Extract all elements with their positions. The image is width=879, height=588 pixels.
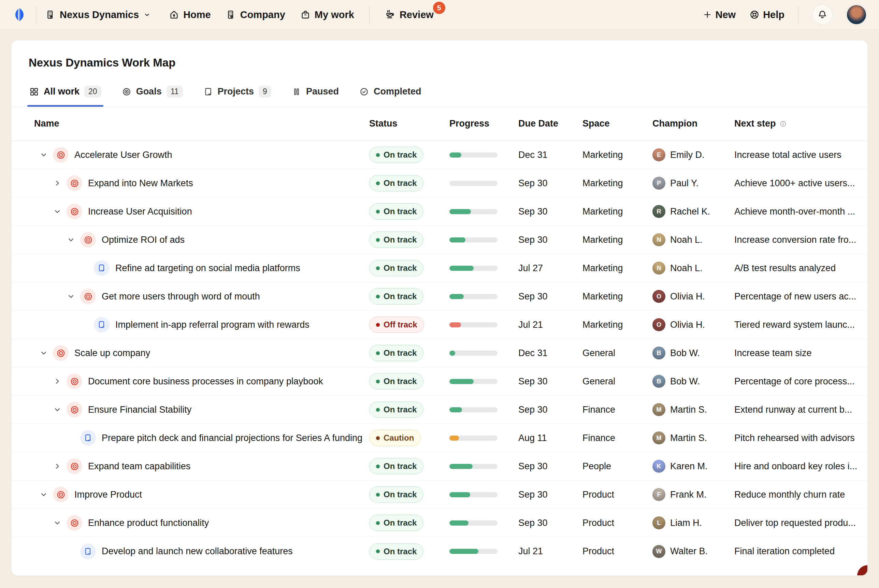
tab-goals[interactable]: Goals 11: [121, 81, 183, 106]
status-badge[interactable]: On track: [369, 458, 424, 474]
due-date: Sep 30: [518, 518, 583, 528]
row-expand-chevron[interactable]: [52, 376, 62, 386]
row-name[interactable]: Scale up company: [74, 347, 150, 359]
row-name[interactable]: Document core business processes in comp…: [88, 375, 323, 387]
row-name-cell: Increase User Acquisition: [23, 201, 369, 222]
row-expand-chevron[interactable]: [52, 461, 62, 471]
top-navigation-bar: Nexus Dynamics Home Company: [0, 0, 879, 30]
tab-completed[interactable]: Completed: [359, 81, 422, 106]
nav-home[interactable]: Home: [169, 9, 211, 21]
nav-company[interactable]: Company: [226, 9, 285, 21]
table-row[interactable]: Improve Product On track Sep 30 Product …: [12, 481, 867, 509]
notifications-button[interactable]: [812, 4, 832, 25]
status-badge[interactable]: On track: [369, 288, 424, 304]
avatar: M: [652, 432, 666, 444]
row-expand-chevron[interactable]: [66, 235, 76, 245]
table-row[interactable]: Get more users through word of mouth On …: [12, 282, 867, 311]
row-name[interactable]: Implement in-app referral program with r…: [115, 318, 310, 331]
table-row[interactable]: Enhance product functionality On track S…: [12, 509, 867, 537]
status-badge[interactable]: Off track: [369, 316, 424, 333]
table-row[interactable]: Expand into New Markets On track Sep 30 …: [12, 169, 867, 198]
nav-review[interactable]: Review 5: [385, 9, 434, 21]
tab-all-work[interactable]: All work 20: [29, 81, 102, 106]
status-dot: [376, 493, 380, 496]
row-name[interactable]: Expand team capabilities: [88, 460, 191, 472]
row-name[interactable]: Improve Product: [74, 488, 142, 501]
status-badge[interactable]: On track: [369, 232, 424, 248]
table-row[interactable]: Optimize ROI of ads On track Sep 30 Mark…: [12, 226, 867, 254]
status-badge[interactable]: On track: [369, 175, 424, 191]
status-label: Caution: [383, 433, 414, 443]
tab-count: 20: [84, 86, 101, 98]
status-badge[interactable]: On track: [369, 203, 424, 220]
tab-projects[interactable]: Projects 9: [203, 81, 272, 106]
table-row[interactable]: Scale up company On track Dec 31 General…: [12, 339, 867, 368]
table-row[interactable]: Implement in-app referral program with r…: [12, 311, 867, 339]
tab-label: Projects: [218, 86, 254, 97]
row-expand-chevron[interactable]: [52, 206, 62, 217]
row-name[interactable]: Refine ad targeting on social media plat…: [115, 262, 300, 274]
row-expand-chevron[interactable]: [52, 518, 62, 528]
app-logo-icon[interactable]: [12, 7, 27, 22]
status-badge[interactable]: On track: [369, 260, 424, 276]
row-name[interactable]: Ensure Financial Stability: [88, 404, 191, 416]
status-label: Off track: [383, 320, 417, 330]
row-name[interactable]: Enhance product functionality: [88, 517, 209, 529]
table-row[interactable]: Expand team capabilities On track Sep 30…: [12, 452, 867, 481]
status-badge[interactable]: On track: [369, 543, 424, 560]
next-step: Percentage of new users ac...: [734, 291, 858, 302]
table-row[interactable]: Increase User Acquisition On track Sep 3…: [12, 198, 867, 226]
status-badge[interactable]: On track: [369, 401, 424, 418]
status-badge[interactable]: On track: [369, 373, 424, 390]
org-switcher[interactable]: Nexus Dynamics: [45, 9, 151, 21]
row-name[interactable]: Develop and launch new collaborative fea…: [102, 545, 293, 557]
progress-bar: [449, 153, 497, 158]
status-badge[interactable]: On track: [369, 147, 424, 163]
info-icon[interactable]: [779, 120, 787, 128]
table-row[interactable]: Develop and launch new collaborative fea…: [12, 537, 867, 566]
progress-fill: [449, 520, 469, 526]
target-icon: [122, 87, 131, 96]
row-expand-chevron[interactable]: [39, 150, 49, 160]
row-name-cell: Get more users through word of mouth: [23, 286, 369, 307]
table-row[interactable]: Accelerate User Growth On track Dec 31 M…: [12, 141, 867, 169]
row-name-cell: Accelerate User Growth: [23, 144, 369, 165]
nav-my-work[interactable]: My work: [300, 9, 354, 21]
row-expand-chevron[interactable]: [52, 178, 62, 188]
progress-bar: [449, 492, 497, 497]
row-name[interactable]: Accelerate User Growth: [74, 149, 172, 161]
status-dot: [376, 549, 380, 553]
status-badge[interactable]: On track: [369, 345, 424, 361]
table-row[interactable]: Ensure Financial Stability On track Sep …: [12, 396, 867, 424]
goal-icon: [53, 147, 69, 163]
table-row[interactable]: Prepare pitch deck and financial project…: [12, 424, 867, 452]
avatar: L: [652, 516, 666, 530]
status-label: On track: [383, 405, 417, 414]
status-badge[interactable]: On track: [369, 486, 424, 503]
help-button[interactable]: Help: [749, 9, 784, 21]
row-expand-chevron[interactable]: [39, 489, 49, 500]
row-expand-chevron[interactable]: [39, 348, 49, 358]
status-badge[interactable]: On track: [369, 514, 424, 531]
progress-bar: [449, 549, 497, 554]
tab-count: 9: [258, 86, 271, 98]
new-button[interactable]: New: [703, 9, 736, 21]
chat-bubble[interactable]: [857, 565, 868, 576]
next-step: Achieve month-over-month ...: [734, 206, 858, 217]
tab-paused[interactable]: Paused: [291, 81, 340, 106]
row-expand-chevron[interactable]: [52, 405, 62, 415]
status-badge[interactable]: Caution: [369, 430, 421, 446]
row-name[interactable]: Get more users through word of mouth: [102, 290, 260, 303]
user-avatar[interactable]: [846, 4, 867, 25]
grid-icon: [29, 87, 39, 96]
status-label: On track: [383, 207, 417, 216]
row-expand-chevron[interactable]: [66, 291, 76, 302]
champion-cell: P Paul Y.: [652, 177, 734, 190]
row-name[interactable]: Increase User Acquisition: [88, 206, 192, 218]
status-dot: [376, 323, 380, 327]
row-name[interactable]: Prepare pitch deck and financial project…: [102, 432, 362, 444]
row-name[interactable]: Optimize ROI of ads: [102, 234, 185, 246]
table-row[interactable]: Document core business processes in comp…: [12, 368, 867, 396]
table-row[interactable]: Refine ad targeting on social media plat…: [12, 254, 867, 282]
row-name[interactable]: Expand into New Markets: [88, 177, 193, 189]
